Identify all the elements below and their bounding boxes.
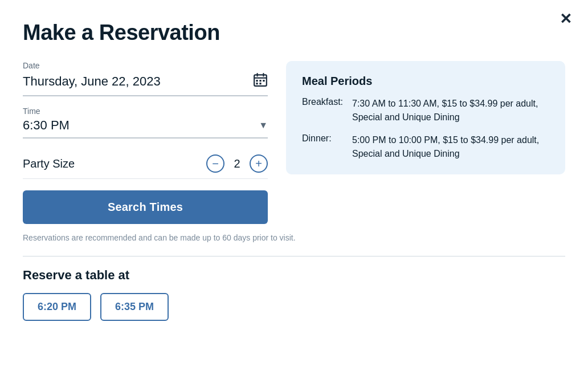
party-size-row: Party Size − 2 + [23,149,268,179]
left-panel: Date Thursday, June 22, 2023 [23,61,268,224]
time-value: 6:30 PM [23,118,70,133]
party-size-label: Party Size [23,157,75,170]
breakfast-label: Breakfast: [302,97,343,124]
date-field-group: Date Thursday, June 22, 2023 [23,61,268,96]
svg-rect-6 [263,80,264,82]
time-slot-620[interactable]: 6:20 PM [23,293,91,321]
date-label: Date [23,61,268,70]
breakfast-description: 7:30 AM to 11:30 AM, $15 to $34.99 per a… [352,97,549,124]
party-size-increase-button[interactable]: + [250,154,268,173]
section-divider [23,256,565,256]
close-button[interactable]: ✕ [560,11,572,26]
party-size-value: 2 [232,157,242,170]
svg-rect-4 [256,80,258,82]
time-slots-container: 6:20 PM 6:35 PM [23,293,565,321]
reserve-section: Reserve a table at 6:20 PM 6:35 PM [23,268,565,321]
party-size-controls: − 2 + [206,154,268,173]
time-slot-635[interactable]: 6:35 PM [100,293,169,321]
meal-periods-panel: Meal Periods Breakfast: 7:30 AM to 11:30… [286,61,565,174]
meal-periods-title: Meal Periods [302,75,549,88]
search-times-button[interactable]: Search Times [23,190,268,224]
svg-rect-5 [259,80,261,82]
time-label: Time [23,107,268,116]
svg-rect-7 [256,83,258,84]
main-content: Date Thursday, June 22, 2023 [23,61,565,224]
dinner-row: Dinner: 5:00 PM to 10:00 PM, $15 to $34.… [302,133,549,161]
dropdown-arrow-icon[interactable]: ▼ [259,120,268,131]
dinner-description: 5:00 PM to 10:00 PM, $15 to $34.99 per a… [352,133,549,161]
time-field[interactable]: 6:30 PM ▼ [23,118,268,139]
svg-rect-8 [259,83,261,84]
breakfast-row: Breakfast: 7:30 AM to 11:30 AM, $15 to $… [302,97,549,124]
date-value: Thursday, June 22, 2023 [23,74,161,89]
dinner-label: Dinner: [302,133,343,161]
reserve-title: Reserve a table at [23,268,565,283]
calendar-icon[interactable] [253,72,268,91]
disclaimer-text: Reservations are recommended and can be … [23,233,565,254]
date-field[interactable]: Thursday, June 22, 2023 [23,72,268,96]
reservation-modal: ✕ Make a Reservation Date Thursday, June… [0,0,588,391]
party-size-decrease-button[interactable]: − [206,154,224,173]
time-field-group: Time 6:30 PM ▼ [23,107,268,139]
page-title: Make a Reservation [23,21,565,45]
